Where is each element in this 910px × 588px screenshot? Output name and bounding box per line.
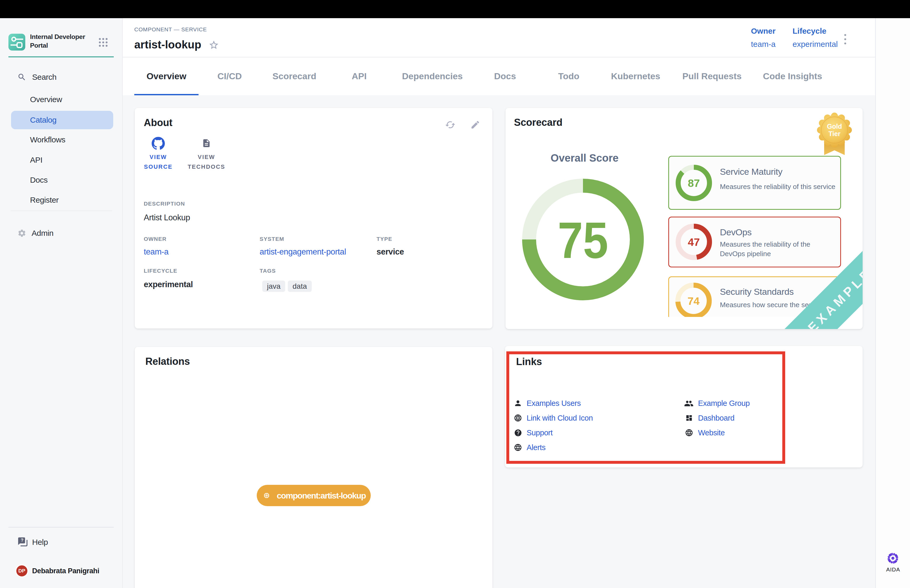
- svg-text:47: 47: [688, 236, 700, 248]
- svg-text:75: 75: [558, 212, 608, 269]
- svg-text:Gold: Gold: [827, 123, 842, 130]
- svg-text:74: 74: [687, 295, 700, 307]
- svg-text:87: 87: [688, 177, 700, 189]
- svg-text:?: ?: [21, 538, 23, 543]
- svg-text:Tier: Tier: [828, 130, 840, 137]
